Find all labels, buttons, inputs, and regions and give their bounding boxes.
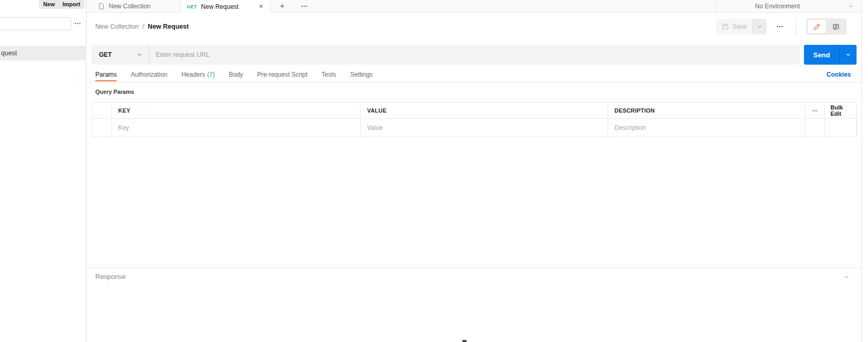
tab-options-icon[interactable] (295, 0, 313, 12)
tab-headers[interactable]: Headers (7) (181, 67, 215, 82)
key-input[interactable] (118, 124, 354, 131)
import-button[interactable]: Import (58, 0, 84, 9)
save-options-chevron-icon[interactable] (752, 19, 766, 34)
main-panel: New Collection GET New Request ✕ + No En… (86, 0, 862, 342)
headers-count-badge: (7) (207, 71, 215, 78)
edit-comment-toggle (806, 18, 847, 35)
chevron-down-icon (136, 52, 143, 58)
tab-strip: New Collection GET New Request ✕ + No En… (86, 0, 861, 13)
request-tabs: Params Authorization Headers (7) Body Pr… (86, 67, 861, 82)
environment-label: No Environment (755, 3, 800, 10)
divider (796, 18, 796, 35)
tab-new-collection[interactable]: New Collection (92, 0, 181, 12)
add-tab-button[interactable]: + (273, 0, 291, 12)
tab-label: Pre-request Script (257, 71, 308, 78)
edit-pencil-icon[interactable] (807, 19, 826, 34)
response-title: Response (95, 273, 126, 280)
tab-label: Settings (350, 71, 373, 78)
tab-label: Tests (321, 71, 336, 78)
method-selector[interactable]: GET (92, 45, 149, 65)
query-params-table: KEY VALUE DESCRIPTION Bulk Edit (92, 102, 857, 137)
tab-new-request[interactable]: GET New Request ✕ (181, 0, 270, 13)
column-header-description: DESCRIPTION (608, 103, 806, 118)
value-input[interactable] (367, 124, 601, 131)
save-button-group: Save (716, 19, 766, 34)
sidebar: New Import quest (0, 0, 86, 342)
cookies-link[interactable]: Cookies (826, 67, 851, 82)
tab-label: New Request (201, 3, 238, 10)
sidebar-more-icon[interactable] (73, 20, 84, 27)
tab-settings[interactable]: Settings (350, 67, 373, 82)
tab-authorization[interactable]: Authorization (131, 67, 167, 82)
send-button-group: Send (804, 45, 857, 65)
description-input[interactable] (614, 124, 799, 131)
tab-label: Authorization (131, 71, 167, 78)
close-tab-icon[interactable]: ✕ (259, 4, 263, 9)
toolbar-actions: Save (716, 18, 861, 35)
chevron-down-icon (848, 3, 854, 9)
row-bulk-cell (825, 119, 857, 137)
breadcrumb-collection[interactable]: New Collection (95, 23, 139, 30)
tab-label: New Collection (109, 3, 150, 10)
value-cell (361, 119, 608, 137)
url-input[interactable] (149, 45, 800, 65)
new-button[interactable]: New (39, 0, 59, 9)
row-options-cell (806, 119, 825, 137)
send-options-chevron-icon[interactable] (839, 45, 857, 65)
method-selected-value: GET (99, 51, 112, 58)
postman-app-window: New Import quest New Collection GET New … (0, 0, 868, 342)
tab-label: Params (95, 71, 117, 78)
collection-file-icon (98, 3, 105, 10)
response-section: Response (86, 267, 861, 342)
request-more-icon[interactable] (773, 20, 786, 33)
description-cell (608, 119, 806, 137)
bottom-resize-notch (462, 340, 467, 342)
environment-selector[interactable]: No Environment (716, 0, 861, 12)
save-icon (722, 23, 729, 30)
comment-icon[interactable] (826, 19, 846, 34)
response-collapse-chevron-icon[interactable] (843, 274, 850, 280)
row-handle-cell (92, 119, 112, 137)
tab-method-badge: GET (187, 4, 197, 9)
sidebar-item-request[interactable]: quest (0, 46, 86, 60)
bulk-edit-button[interactable]: Bulk Edit (825, 103, 857, 118)
breadcrumb-separator: / (142, 23, 144, 30)
tab-label: Body (229, 71, 243, 78)
key-cell (112, 119, 361, 137)
tab-params[interactable]: Params (95, 67, 117, 82)
request-toolbar: New Collection / New Request Save (86, 13, 861, 40)
table-options-icon[interactable] (806, 103, 825, 118)
tab-label: Headers (181, 71, 205, 78)
sidebar-filter-input[interactable] (0, 17, 71, 30)
tab-body[interactable]: Body (229, 67, 243, 82)
table-row (92, 119, 857, 137)
save-label: Save (733, 23, 747, 30)
column-header-value: VALUE (361, 103, 608, 118)
query-params-title: Query Params (95, 89, 134, 95)
tab-pre-request-script[interactable]: Pre-request Script (257, 67, 308, 82)
row-handle-cell (92, 103, 112, 118)
breadcrumb-request: New Request (148, 23, 189, 30)
tab-tests[interactable]: Tests (321, 67, 336, 82)
breadcrumb: New Collection / New Request (86, 23, 188, 30)
table-header-row: KEY VALUE DESCRIPTION Bulk Edit (92, 103, 857, 119)
column-header-key: KEY (112, 103, 361, 118)
request-url-bar: GET Send (92, 45, 857, 65)
sidebar-item-label: quest (0, 46, 86, 60)
send-button[interactable]: Send (804, 45, 839, 65)
save-button[interactable]: Save (716, 19, 752, 34)
